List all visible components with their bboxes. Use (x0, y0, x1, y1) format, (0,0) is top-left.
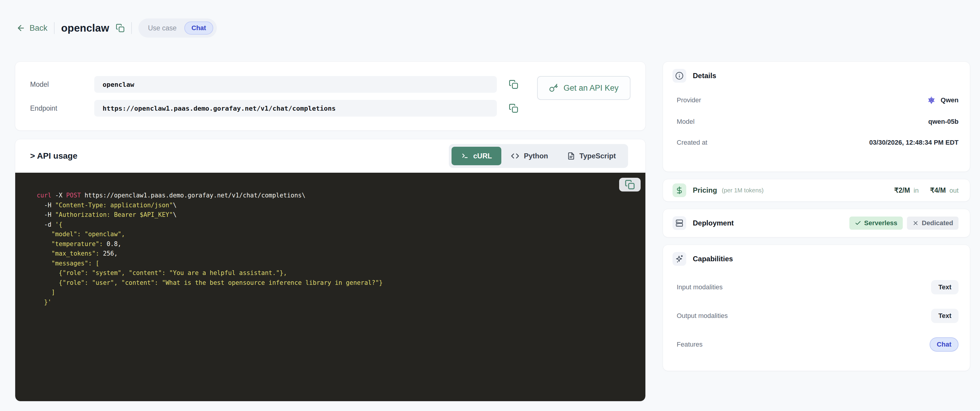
api-usage-card: > API usage cURL Python (15, 139, 646, 401)
copy-icon (625, 180, 635, 190)
pricing-note: (per 1M tokens) (722, 187, 764, 194)
model-detail-page: Back openclaw Use case Chat Model opencl… (0, 0, 980, 411)
price-in-label: in (913, 187, 919, 194)
divider (54, 22, 54, 34)
get-api-key-button[interactable]: Get an API Key (537, 76, 630, 100)
price-out-value: ₹4/M (930, 186, 946, 194)
details-header: Details (673, 69, 959, 83)
details-card: Details Provider Qwen Model qwen-05b (663, 61, 970, 172)
endpoint-card: Model openclaw Endpoint https://openclaw… (15, 61, 646, 131)
api-usage-title: > API usage (30, 151, 77, 161)
main-content: Model openclaw Endpoint https://openclaw… (0, 61, 980, 401)
dedicated-label: Dedicated (922, 219, 953, 227)
copy-title-button[interactable] (116, 24, 125, 32)
features-label: Features (677, 341, 703, 348)
input-modalities-row: Input modalities Text (673, 280, 959, 295)
copy-icon (509, 80, 518, 89)
features-chat-badge: Chat (930, 337, 959, 352)
file-code-icon (567, 152, 575, 160)
price-in-value: ₹2/M (894, 186, 910, 194)
tab-typescript-label: TypeScript (579, 152, 616, 160)
deployment-title: Deployment (693, 219, 733, 227)
provider-row: Provider Qwen (673, 96, 959, 105)
code-block: curl -X POST https://openclaw1.paas.demo… (15, 173, 645, 401)
tab-typescript[interactable]: TypeScript (558, 147, 625, 165)
back-button[interactable]: Back (16, 24, 48, 33)
deployment-badges: Serverless Dedicated (850, 217, 959, 229)
use-case-chat-badge: Chat (184, 21, 213, 35)
code-content: curl -X POST https://openclaw1.paas.demo… (37, 191, 633, 307)
endpoint-row: Endpoint https://openclaw1.paas.demo.gor… (30, 100, 630, 116)
created-at-value: 03/30/2026, 12:48:34 PM EDT (869, 139, 959, 147)
dollar-icon (673, 183, 686, 197)
provider-name: Qwen (941, 96, 959, 104)
terminal-icon (461, 152, 469, 160)
capabilities-title: Capabilities (693, 255, 733, 263)
model-detail-row: Model qwen-05b (673, 118, 959, 126)
model-detail-value: qwen-05b (928, 118, 959, 126)
get-api-key-label: Get an API Key (563, 83, 619, 93)
deployment-card: Deployment Serverless Dedicated (663, 209, 970, 237)
output-modalities-row: Output modalities Text (673, 309, 959, 323)
pricing-values: ₹2/M in ₹4/M out (894, 186, 959, 194)
copy-code-button[interactable] (619, 178, 641, 191)
created-at-row: Created at 03/30/2026, 12:48:34 PM EDT (673, 139, 959, 147)
copy-endpoint-button[interactable] (509, 104, 518, 113)
model-field[interactable]: openclaw (94, 76, 497, 93)
endpoint-field[interactable]: https://openclaw1.paas.demo.gorafay.net/… (94, 100, 497, 116)
topbar: Back openclaw Use case Chat (0, 0, 980, 37)
provider-label: Provider (677, 96, 701, 104)
output-modalities-badge: Text (931, 309, 959, 323)
left-column: Model openclaw Endpoint https://openclaw… (15, 61, 646, 401)
back-label: Back (30, 24, 48, 33)
endpoint-label: Endpoint (30, 104, 94, 112)
check-icon (855, 220, 861, 226)
tab-python-label: Python (524, 152, 548, 160)
qwen-logo-icon (927, 96, 936, 105)
sparkles-icon (673, 252, 686, 266)
model-label: Model (30, 81, 94, 89)
serverless-label: Serverless (864, 219, 897, 227)
tab-python[interactable]: Python (501, 147, 557, 165)
code-icon (511, 152, 519, 160)
info-icon (673, 69, 686, 83)
copy-model-button[interactable] (509, 80, 518, 89)
capabilities-header: Capabilities (673, 252, 959, 266)
input-modalities-label: Input modalities (677, 284, 722, 291)
output-modalities-label: Output modalities (677, 312, 728, 320)
tab-curl[interactable]: cURL (452, 147, 502, 165)
input-modalities-badge: Text (931, 280, 959, 295)
created-at-label: Created at (677, 139, 707, 147)
api-usage-header: > API usage cURL Python (15, 139, 645, 173)
arrow-left-icon (16, 24, 25, 32)
deployment-header: Deployment (673, 216, 733, 230)
serverless-badge: Serverless (850, 217, 903, 229)
pricing-card: Pricing (per 1M tokens) ₹2/M in ₹4/M out (663, 179, 970, 202)
divider (131, 22, 132, 34)
key-icon (549, 83, 558, 92)
page-title: openclaw (61, 22, 109, 34)
tab-curl-label: cURL (473, 152, 492, 160)
details-title: Details (693, 72, 716, 80)
dedicated-badge: Dedicated (907, 217, 959, 229)
copy-icon (116, 24, 125, 32)
language-tabs: cURL Python TypeScript (449, 144, 628, 168)
price-out-label: out (949, 187, 959, 194)
capabilities-card: Capabilities Input modalities Text Outpu… (663, 245, 970, 371)
use-case-pill: Use case Chat (138, 19, 217, 38)
use-case-label: Use case (148, 24, 177, 32)
provider-value: Qwen (927, 96, 959, 105)
copy-icon (509, 104, 518, 113)
model-detail-label: Model (677, 118, 695, 126)
server-icon (673, 216, 686, 230)
features-row: Features Chat (673, 337, 959, 352)
x-icon (912, 220, 919, 226)
right-column: Details Provider Qwen Model qwen-05b (663, 61, 970, 401)
pricing-title: Pricing (693, 186, 717, 194)
